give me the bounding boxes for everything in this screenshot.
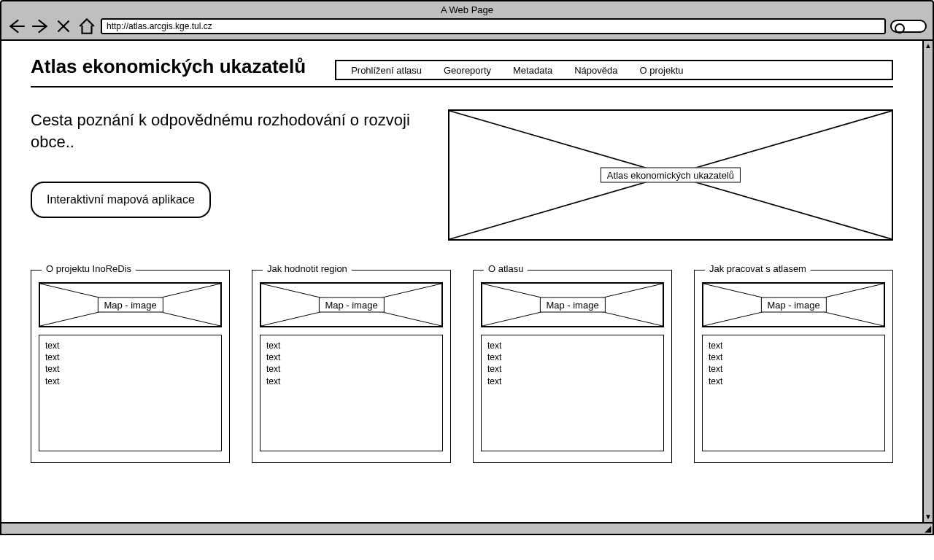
hero-text: Cesta poznání k odpovědnému rozhodování … bbox=[31, 109, 419, 241]
forward-icon[interactable] bbox=[31, 18, 50, 35]
menu-item-metadata[interactable]: Metadata bbox=[513, 65, 552, 76]
hero-image: Atlas ekonomických ukazatelů bbox=[448, 109, 893, 241]
scroll-up-icon[interactable]: ▲ bbox=[924, 41, 933, 51]
header: Atlas ekonomických ukazatelů Prohlížení … bbox=[31, 55, 893, 88]
card-image-placeholder: Map - image bbox=[39, 282, 222, 327]
card-image-label: Map - image bbox=[318, 298, 384, 313]
card-text: text text text text bbox=[481, 335, 664, 451]
browser-status-bar: ◢ bbox=[0, 522, 934, 535]
card-image-label: Map - image bbox=[97, 298, 163, 313]
back-icon[interactable] bbox=[7, 18, 26, 35]
main-menu: Prohlížení atlasu Georeporty Metadata Ná… bbox=[335, 60, 893, 80]
home-icon[interactable] bbox=[77, 18, 96, 35]
url-input[interactable]: http://atlas.arcgis.kge.tul.cz bbox=[101, 18, 886, 34]
card-image-label: Map - image bbox=[539, 298, 605, 313]
card-image-label: Map - image bbox=[760, 298, 826, 313]
scroll-down-icon[interactable]: ▼ bbox=[924, 512, 933, 522]
vertical-scrollbar[interactable]: ▲ ▼ bbox=[922, 41, 933, 522]
card-legend: O atlasu bbox=[484, 263, 528, 274]
card-how-to-work: Jak pracovat s atlasem Map - image text … bbox=[694, 270, 893, 463]
menu-item-about[interactable]: O projektu bbox=[640, 65, 684, 76]
card-row: O projektu InoReDis Map - image text tex… bbox=[31, 270, 893, 463]
card-text: text text text text bbox=[260, 335, 443, 451]
card-about-project: O projektu InoReDis Map - image text tex… bbox=[31, 270, 230, 463]
browser-window-title: A Web Page bbox=[1, 4, 933, 15]
close-icon[interactable] bbox=[54, 18, 73, 35]
card-text: text text text text bbox=[39, 335, 222, 451]
tagline: Cesta poznání k odpovědnému rozhodování … bbox=[31, 109, 419, 152]
resize-grip-icon[interactable]: ◢ bbox=[925, 524, 931, 534]
browser-toolbar: http://atlas.arcgis.kge.tul.cz bbox=[7, 18, 927, 35]
search-icon[interactable] bbox=[890, 20, 927, 33]
card-about-atlas: O atlasu Map - image text text text text bbox=[473, 270, 672, 463]
hero-image-placeholder: Atlas ekonomických ukazatelů bbox=[448, 109, 893, 241]
card-legend: Jak hodnotit region bbox=[263, 263, 352, 274]
menu-item-browse[interactable]: Prohlížení atlasu bbox=[351, 65, 422, 76]
cta-button[interactable]: Interaktivní mapová aplikace bbox=[31, 182, 211, 218]
card-legend: Jak pracovat s atlasem bbox=[705, 263, 811, 274]
card-legend: O projektu InoReDis bbox=[42, 263, 136, 274]
card-image-placeholder: Map - image bbox=[481, 282, 664, 327]
card-how-to-evaluate: Jak hodnotit region Map - image text tex… bbox=[252, 270, 451, 463]
menu-item-help[interactable]: Nápověda bbox=[574, 65, 617, 76]
page-viewport: Atlas ekonomických ukazatelů Prohlížení … bbox=[0, 41, 934, 522]
card-image-placeholder: Map - image bbox=[260, 282, 443, 327]
menu-item-georeports[interactable]: Georeporty bbox=[444, 65, 491, 76]
card-text: text text text text bbox=[702, 335, 885, 451]
browser-chrome: A Web Page http://atlas.arcgis.kge.tul.c… bbox=[0, 0, 934, 41]
page-content: Atlas ekonomických ukazatelů Prohlížení … bbox=[1, 41, 922, 522]
card-image-placeholder: Map - image bbox=[702, 282, 885, 327]
hero-image-label: Atlas ekonomických ukazatelů bbox=[601, 168, 741, 183]
site-title: Atlas ekonomických ukazatelů bbox=[31, 55, 306, 78]
hero-section: Cesta poznání k odpovědnému rozhodování … bbox=[31, 109, 893, 241]
